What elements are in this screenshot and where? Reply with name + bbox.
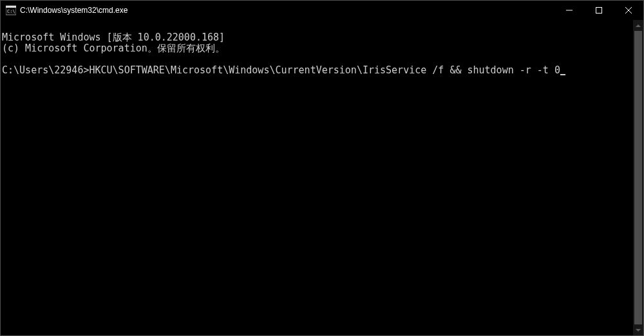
close-icon bbox=[625, 7, 632, 14]
minimize-icon bbox=[566, 7, 573, 14]
svg-rect-1 bbox=[6, 6, 16, 8]
svg-rect-4 bbox=[596, 8, 602, 14]
cursor bbox=[560, 74, 565, 75]
maximize-icon bbox=[596, 7, 602, 14]
cmd-window: C:\ C:\Windows\system32\cmd.exe bbox=[0, 0, 644, 336]
svg-marker-8 bbox=[636, 329, 641, 331]
blank-line bbox=[2, 54, 643, 65]
scrollbar-thumb[interactable] bbox=[634, 31, 642, 324]
minimize-button[interactable] bbox=[554, 1, 584, 20]
window-title: C:\Windows\system32\cmd.exe bbox=[20, 6, 554, 15]
output-line: Microsoft Windows [版本 10.0.22000.168] bbox=[2, 32, 643, 43]
terminal-body[interactable]: Microsoft Windows [版本 10.0.22000.168](c)… bbox=[1, 20, 643, 335]
titlebar[interactable]: C:\ C:\Windows\system32\cmd.exe bbox=[1, 1, 643, 20]
cmd-icon: C:\ bbox=[6, 5, 16, 15]
terminal-content: Microsoft Windows [版本 10.0.22000.168](c)… bbox=[1, 20, 643, 98]
prompt-line: C:\Users\22946>HKCU\SOFTWARE\Microsoft\W… bbox=[2, 65, 643, 76]
svg-marker-7 bbox=[636, 24, 641, 27]
close-button[interactable] bbox=[614, 1, 643, 20]
prompt: C:\Users\22946> bbox=[2, 64, 89, 76]
output-line: (c) Microsoft Corporation。保留所有权利。 bbox=[2, 43, 643, 54]
maximize-button[interactable] bbox=[584, 1, 614, 20]
scrollbar-track[interactable] bbox=[633, 20, 643, 335]
command-input[interactable]: HKCU\SOFTWARE\Microsoft\Windows\CurrentV… bbox=[89, 64, 560, 76]
scroll-up-arrow-icon[interactable] bbox=[633, 20, 643, 31]
window-controls bbox=[554, 1, 643, 20]
scroll-down-arrow-icon[interactable] bbox=[633, 324, 643, 335]
svg-text:C:\: C:\ bbox=[7, 9, 15, 14]
